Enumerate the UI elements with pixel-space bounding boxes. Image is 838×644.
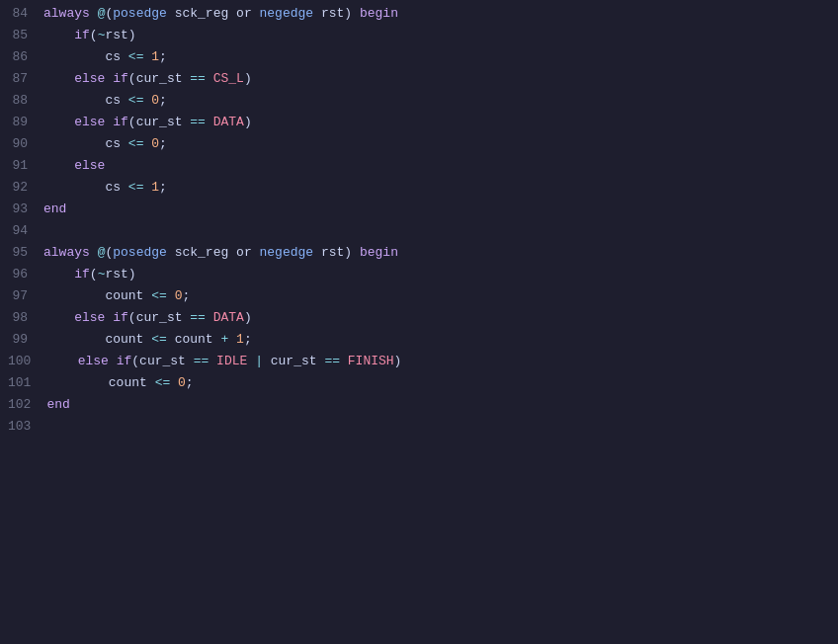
line-number: 102 — [8, 395, 46, 416]
token-punct: ( — [90, 28, 98, 42]
token-punct: ( — [90, 267, 98, 282]
token-fn: negedge — [260, 245, 314, 260]
line-number: 99 — [8, 330, 43, 351]
token-punct: ( — [128, 310, 136, 325]
code-line: 103 — [0, 417, 838, 439]
token-kw: if — [74, 267, 90, 282]
token-plain — [209, 354, 216, 368]
line-content: if(~rst) — [43, 265, 830, 285]
line-number: 95 — [8, 243, 43, 264]
code-line: 86 cs <= 1; — [0, 47, 838, 69]
line-number: 85 — [8, 26, 43, 46]
token-plain: ; — [159, 93, 167, 108]
token-plain: count — [43, 332, 151, 347]
token-kw: else — [74, 158, 105, 173]
token-const: DATA — [213, 115, 244, 129]
token-plain — [43, 115, 74, 129]
token-const: CS_L — [213, 71, 244, 86]
token-plain: cs — [43, 180, 128, 195]
token-punct: ) — [244, 310, 252, 325]
token-kw: if — [117, 354, 132, 368]
token-punct: ( — [131, 354, 139, 368]
code-line: 85 if(~rst) — [0, 26, 838, 47]
token-op: == — [190, 310, 206, 325]
token-punct: ) — [244, 71, 252, 86]
token-plain: count — [43, 288, 151, 303]
line-number: 84 — [8, 4, 43, 25]
token-kw: end — [46, 397, 69, 412]
token-kw: if — [113, 71, 128, 86]
token-op: <= — [155, 375, 171, 390]
token-kw: begin — [360, 6, 398, 21]
line-content: always @(posedge sck_reg or negedge rst)… — [43, 4, 830, 25]
token-num: 1 — [151, 180, 159, 195]
token-kw: begin — [360, 245, 398, 260]
line-number: 97 — [8, 286, 43, 307]
token-plain — [206, 310, 213, 325]
code-editor: 84always @(posedge sck_reg or negedge rs… — [0, 0, 838, 443]
line-content: count <= 0; — [43, 286, 830, 307]
line-number: 101 — [8, 373, 46, 394]
token-op: <= — [128, 93, 144, 108]
token-plain: cs — [43, 49, 128, 64]
token-op: | — [255, 354, 263, 368]
token-num: 0 — [151, 136, 159, 151]
code-line: 97 count <= 0; — [0, 286, 838, 308]
code-line: 96 if(~rst) — [0, 265, 838, 286]
token-plain: ; — [159, 49, 167, 64]
code-line: 92 cs <= 1; — [0, 178, 838, 200]
line-number: 89 — [8, 113, 43, 133]
token-plain: rst) — [313, 6, 360, 21]
token-plain: count — [167, 332, 221, 347]
token-plain — [206, 115, 213, 129]
token-plain — [247, 354, 255, 368]
token-plain — [109, 354, 117, 368]
line-content: cs <= 0; — [43, 91, 830, 112]
token-plain — [43, 28, 74, 42]
token-fn: posedge — [113, 6, 167, 21]
token-op: <= — [128, 136, 144, 151]
code-line: 93end — [0, 200, 838, 221]
line-content: else if(cur_st == DATA) — [43, 308, 830, 329]
token-kw: if — [113, 310, 128, 325]
line-number: 87 — [8, 69, 43, 90]
token-num: 1 — [151, 49, 159, 64]
token-const: IDLE — [216, 354, 247, 368]
line-number: 96 — [8, 265, 43, 285]
line-content: else — [43, 156, 830, 177]
token-punct: ) — [394, 354, 402, 368]
line-number: 88 — [8, 91, 43, 112]
token-plain: rst) — [313, 245, 360, 260]
line-number: 100 — [8, 352, 46, 372]
token-plain: ; — [159, 180, 167, 195]
token-num: 1 — [236, 332, 244, 347]
token-plain: rst) — [105, 267, 135, 282]
token-plain — [43, 267, 74, 282]
token-plain: cur_st — [136, 71, 191, 86]
line-number: 94 — [8, 221, 43, 242]
token-plain — [206, 71, 213, 86]
token-fn: posedge — [113, 245, 167, 260]
token-plain — [228, 332, 236, 347]
code-line: 87 else if(cur_st == CS_L) — [0, 69, 838, 91]
token-plain: sck_reg — [167, 6, 236, 21]
line-content: count <= count + 1; — [43, 330, 830, 351]
code-line: 98 else if(cur_st == DATA) — [0, 308, 838, 330]
code-line: 95always @(posedge sck_reg or negedge rs… — [0, 243, 838, 265]
token-plain: ; — [244, 332, 252, 347]
token-punct: ) — [244, 115, 252, 129]
token-const: FINISH — [348, 354, 394, 368]
token-kw: else — [74, 71, 105, 86]
token-plain: cs — [43, 136, 128, 151]
token-kw: always — [43, 6, 90, 21]
token-const: DATA — [213, 310, 244, 325]
token-plain — [90, 6, 98, 21]
token-plain — [43, 71, 74, 86]
line-number: 98 — [8, 308, 43, 329]
token-plain: cur_st — [136, 115, 191, 129]
line-content: else if(cur_st == IDLE | cur_st == FINIS… — [46, 352, 830, 372]
code-line: 88 cs <= 0; — [0, 91, 838, 113]
token-kw: else — [78, 354, 109, 368]
token-punct: ( — [128, 115, 136, 129]
token-or-kw: or — [236, 245, 252, 260]
